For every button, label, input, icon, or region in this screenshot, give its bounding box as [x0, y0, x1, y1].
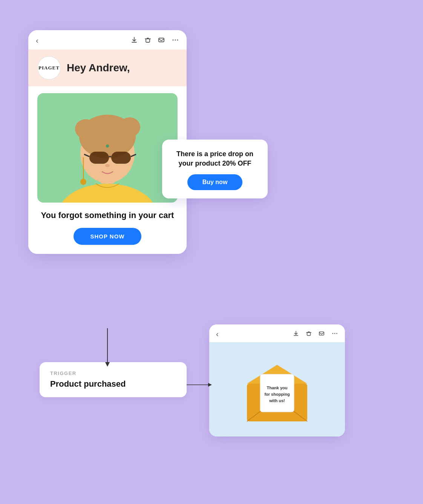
thankyou-image-area: Thank you for shopping with us!	[209, 342, 345, 436]
thankyou-mail-icon[interactable]	[319, 330, 325, 338]
svg-point-24	[80, 179, 86, 185]
svg-rect-5	[159, 38, 164, 42]
svg-text:Thank you: Thank you	[267, 386, 287, 390]
thankyou-more-icon[interactable]	[331, 330, 338, 338]
thankyou-download-icon[interactable]	[293, 330, 299, 338]
mail-icon[interactable]	[158, 37, 165, 45]
thankyou-trash-icon[interactable]	[306, 330, 312, 338]
thankyou-card: ‹	[209, 324, 345, 436]
thankyou-back-button[interactable]: ‹	[216, 330, 219, 338]
email-body: You forgot something in your cart SHOP N…	[28, 206, 187, 254]
toolbar-icons	[131, 37, 179, 45]
price-drop-text: There is a price drop on your product 20…	[173, 149, 257, 168]
shop-now-button[interactable]: SHOP NOW	[74, 228, 141, 245]
trigger-label: TRIGGER	[50, 370, 176, 376]
thankyou-toolbar-icons	[293, 330, 338, 338]
back-button[interactable]: ‹	[36, 36, 38, 45]
product-image	[37, 93, 178, 203]
svg-rect-17	[111, 152, 131, 164]
svg-point-28	[334, 333, 336, 334]
trash-icon[interactable]	[144, 37, 151, 45]
svg-rect-26	[319, 332, 324, 335]
price-drop-popup: There is a price drop on your product 20…	[162, 140, 268, 198]
email-card: ‹ PIAGET Hey Andrew,	[28, 30, 187, 254]
buy-now-button[interactable]: Buy now	[187, 174, 243, 190]
more-icon[interactable]	[172, 37, 179, 45]
envelope-illustration: Thank you for shopping with us!	[239, 353, 315, 425]
svg-text:for shopping: for shopping	[264, 392, 290, 396]
svg-point-22	[106, 144, 109, 148]
svg-point-7	[175, 39, 176, 40]
trigger-box: TRIGGER Product purchased	[40, 362, 187, 397]
main-container: ‹ PIAGET Hey Andrew,	[0, 0, 423, 504]
svg-rect-16	[89, 152, 109, 164]
svg-point-27	[332, 333, 333, 334]
svg-point-21	[105, 164, 110, 167]
download-icon[interactable]	[131, 37, 138, 45]
email-greeting: Hey Andrew,	[67, 62, 130, 74]
email-card-toolbar: ‹	[28, 30, 187, 49]
svg-point-15	[79, 115, 136, 158]
trigger-value: Product purchased	[50, 379, 176, 389]
email-header: PIAGET Hey Andrew,	[28, 49, 187, 86]
svg-point-8	[177, 39, 178, 40]
svg-point-6	[173, 39, 174, 40]
email-body-title: You forgot something in your cart	[37, 210, 178, 221]
svg-text:with us!: with us!	[269, 398, 285, 403]
piaget-logo: PIAGET	[37, 56, 61, 80]
svg-point-29	[336, 333, 337, 334]
svg-rect-4	[146, 39, 150, 42]
thankyou-toolbar: ‹	[209, 324, 345, 342]
svg-rect-25	[307, 332, 311, 335]
